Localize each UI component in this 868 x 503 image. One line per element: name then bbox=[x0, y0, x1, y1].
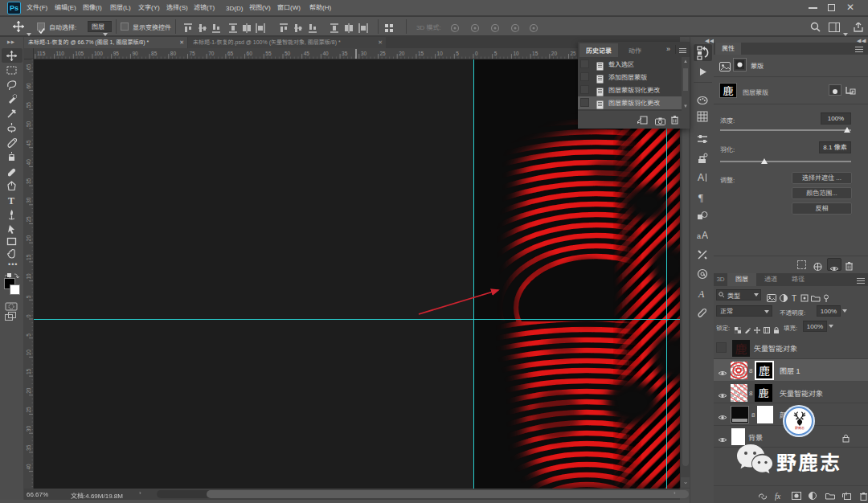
svg-text:5: 5 bbox=[26, 333, 31, 337]
svg-text:75: 75 bbox=[190, 51, 196, 56]
svg-text:35: 35 bbox=[342, 51, 348, 56]
svg-text:0: 0 bbox=[26, 314, 31, 317]
svg-text:a: a bbox=[697, 232, 701, 240]
svg-text:30: 30 bbox=[361, 51, 367, 56]
svg-text:5: 5 bbox=[26, 295, 31, 298]
svg-text:80: 80 bbox=[170, 51, 177, 56]
svg-text:5: 5 bbox=[494, 51, 497, 56]
svg-text:A: A bbox=[702, 230, 708, 241]
svg-text:15: 15 bbox=[26, 254, 31, 260]
svg-text:10: 10 bbox=[437, 51, 444, 56]
svg-text:30: 30 bbox=[26, 426, 31, 432]
svg-text:¶: ¶ bbox=[698, 191, 703, 202]
svg-text:85: 85 bbox=[151, 51, 158, 56]
svg-text:20: 20 bbox=[26, 387, 31, 394]
svg-text:T: T bbox=[792, 294, 796, 302]
svg-text:95: 95 bbox=[113, 51, 120, 56]
svg-text:110: 110 bbox=[56, 51, 65, 56]
svg-text:55: 55 bbox=[26, 102, 31, 108]
svg-text:15: 15 bbox=[418, 51, 424, 56]
svg-text:20: 20 bbox=[399, 51, 405, 56]
svg-text:T: T bbox=[8, 195, 14, 206]
svg-text:60: 60 bbox=[247, 51, 253, 56]
svg-text:60: 60 bbox=[26, 83, 31, 89]
svg-text:10: 10 bbox=[26, 350, 31, 356]
svg-text:0: 0 bbox=[475, 51, 478, 56]
svg-text:20: 20 bbox=[551, 51, 558, 56]
svg-text:105: 105 bbox=[75, 51, 84, 56]
svg-text:30: 30 bbox=[26, 197, 31, 203]
svg-text:fx: fx bbox=[775, 492, 781, 501]
svg-text:45: 45 bbox=[26, 140, 31, 146]
svg-text:15: 15 bbox=[532, 51, 538, 56]
svg-text:40: 40 bbox=[322, 51, 329, 56]
svg-text:45: 45 bbox=[304, 51, 310, 56]
svg-text:40: 40 bbox=[26, 464, 31, 470]
svg-text:115: 115 bbox=[37, 51, 46, 56]
svg-text:50: 50 bbox=[285, 51, 291, 56]
svg-text:65: 65 bbox=[227, 51, 234, 56]
svg-text:100: 100 bbox=[94, 51, 103, 56]
svg-text:70: 70 bbox=[208, 51, 215, 56]
svg-text:25: 25 bbox=[26, 216, 31, 223]
svg-text:40: 40 bbox=[26, 159, 31, 166]
svg-text:15: 15 bbox=[26, 368, 31, 374]
svg-text:50: 50 bbox=[26, 121, 31, 127]
svg-text:55: 55 bbox=[265, 51, 272, 56]
svg-text:20: 20 bbox=[26, 235, 31, 242]
svg-text:5: 5 bbox=[456, 51, 459, 56]
svg-text:A: A bbox=[698, 288, 705, 299]
svg-text:35: 35 bbox=[26, 178, 31, 184]
svg-text:35: 35 bbox=[26, 444, 31, 451]
svg-text:A: A bbox=[698, 172, 704, 183]
svg-text:25: 25 bbox=[26, 407, 31, 413]
svg-text:10: 10 bbox=[513, 51, 519, 56]
svg-text:25: 25 bbox=[380, 51, 387, 56]
svg-text:25: 25 bbox=[571, 51, 577, 56]
svg-text:10: 10 bbox=[26, 273, 31, 280]
svg-text:65: 65 bbox=[26, 63, 31, 70]
svg-text:90: 90 bbox=[132, 51, 138, 56]
